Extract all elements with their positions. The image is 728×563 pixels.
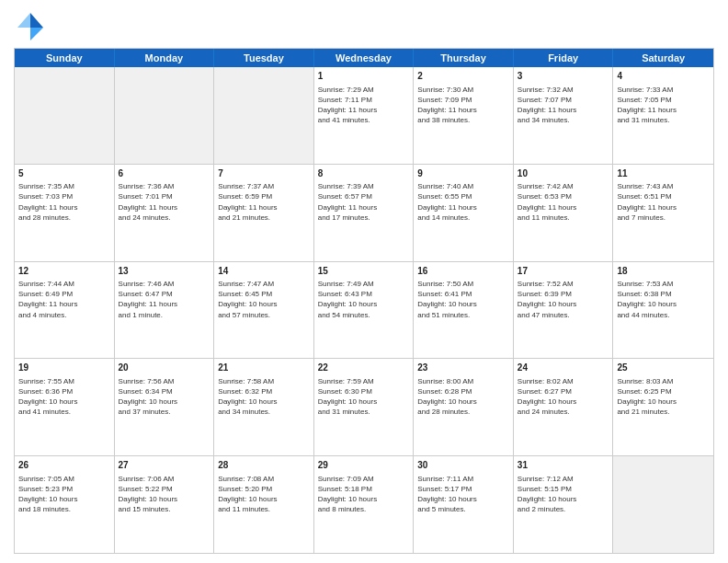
calendar-cell-14: 14Sunrise: 7:47 AM Sunset: 6:45 PM Dayli… — [214, 262, 314, 359]
calendar-body: 1Sunrise: 7:29 AM Sunset: 7:11 PM Daylig… — [15, 67, 713, 553]
day-info: Sunrise: 7:49 AM Sunset: 6:43 PM Dayligh… — [318, 279, 410, 320]
day-info: Sunrise: 7:43 AM Sunset: 6:51 PM Dayligh… — [617, 181, 710, 223]
day-number: 30 — [417, 459, 509, 472]
calendar-cell-28: 28Sunrise: 7:08 AM Sunset: 5:20 PM Dayli… — [214, 456, 314, 553]
calendar-cell-1: 1Sunrise: 7:29 AM Sunset: 7:11 PM Daylig… — [314, 67, 415, 164]
day-info: Sunrise: 7:06 AM Sunset: 5:22 PM Dayligh… — [119, 474, 210, 515]
day-number: 31 — [518, 459, 609, 472]
calendar-cell-16: 16Sunrise: 7:50 AM Sunset: 6:41 PM Dayli… — [414, 262, 514, 359]
day-info: Sunrise: 7:05 AM Sunset: 5:23 PM Dayligh… — [18, 474, 110, 515]
day-number: 27 — [119, 459, 210, 472]
day-info: Sunrise: 8:00 AM Sunset: 6:28 PM Dayligh… — [417, 376, 509, 418]
header — [14, 9, 714, 42]
calendar-cell-19: 19Sunrise: 7:55 AM Sunset: 6:36 PM Dayli… — [15, 359, 115, 455]
svg-marker-0 — [30, 13, 43, 28]
day-info: Sunrise: 7:46 AM Sunset: 6:47 PM Dayligh… — [119, 279, 210, 320]
day-number: 2 — [417, 70, 509, 83]
day-number: 25 — [617, 362, 710, 374]
calendar-cell-24: 24Sunrise: 8:02 AM Sunset: 6:27 PM Dayli… — [514, 359, 614, 455]
calendar-cell-20: 20Sunrise: 7:56 AM Sunset: 6:34 PM Dayli… — [115, 359, 215, 455]
day-info: Sunrise: 8:02 AM Sunset: 6:27 PM Dayligh… — [518, 376, 609, 418]
day-info: Sunrise: 7:11 AM Sunset: 5:17 PM Dayligh… — [417, 474, 509, 515]
day-number: 6 — [119, 167, 210, 180]
calendar-row-0: 1Sunrise: 7:29 AM Sunset: 7:11 PM Daylig… — [15, 67, 713, 165]
calendar-cell-6: 6Sunrise: 7:36 AM Sunset: 7:01 PM Daylig… — [115, 165, 215, 261]
day-number: 14 — [218, 265, 310, 278]
day-number: 13 — [119, 265, 210, 278]
svg-marker-1 — [30, 28, 43, 40]
day-number: 15 — [318, 265, 410, 278]
calendar-cell-9: 9Sunrise: 7:40 AM Sunset: 6:55 PM Daylig… — [414, 165, 514, 261]
day-info: Sunrise: 7:29 AM Sunset: 7:11 PM Dayligh… — [318, 85, 410, 126]
day-info: Sunrise: 7:44 AM Sunset: 6:49 PM Dayligh… — [18, 279, 110, 320]
header-day-friday: Friday — [514, 49, 614, 67]
day-info: Sunrise: 7:08 AM Sunset: 5:20 PM Dayligh… — [218, 474, 310, 515]
day-number: 16 — [417, 265, 509, 278]
day-info: Sunrise: 8:03 AM Sunset: 6:25 PM Dayligh… — [617, 376, 710, 418]
day-number: 24 — [518, 362, 609, 374]
day-number: 12 — [18, 265, 110, 278]
day-info: Sunrise: 7:55 AM Sunset: 6:36 PM Dayligh… — [18, 376, 110, 418]
day-info: Sunrise: 7:37 AM Sunset: 6:59 PM Dayligh… — [218, 181, 310, 223]
header-day-monday: Monday — [115, 49, 215, 67]
day-number: 3 — [518, 70, 609, 83]
calendar-cell-4: 4Sunrise: 7:33 AM Sunset: 7:05 PM Daylig… — [613, 67, 713, 164]
day-info: Sunrise: 7:50 AM Sunset: 6:41 PM Dayligh… — [417, 279, 509, 320]
calendar-cell-7: 7Sunrise: 7:37 AM Sunset: 6:59 PM Daylig… — [214, 165, 314, 261]
day-number: 29 — [318, 459, 410, 472]
calendar-cell-10: 10Sunrise: 7:42 AM Sunset: 6:53 PM Dayli… — [514, 165, 614, 261]
calendar-cell-30: 30Sunrise: 7:11 AM Sunset: 5:17 PM Dayli… — [414, 456, 514, 553]
calendar-cell-5: 5Sunrise: 7:35 AM Sunset: 7:03 PM Daylig… — [15, 165, 115, 261]
day-info: Sunrise: 7:35 AM Sunset: 7:03 PM Dayligh… — [18, 181, 110, 223]
calendar-cell-empty-4-6 — [613, 456, 713, 553]
day-number: 23 — [417, 362, 509, 374]
calendar-cell-21: 21Sunrise: 7:58 AM Sunset: 6:32 PM Dayli… — [214, 359, 314, 455]
day-number: 28 — [218, 459, 310, 472]
calendar-row-3: 19Sunrise: 7:55 AM Sunset: 6:36 PM Dayli… — [15, 359, 713, 456]
day-info: Sunrise: 7:39 AM Sunset: 6:57 PM Dayligh… — [318, 181, 410, 223]
day-number: 4 — [617, 70, 710, 83]
calendar-cell-31: 31Sunrise: 7:12 AM Sunset: 5:15 PM Dayli… — [514, 456, 614, 553]
day-number: 22 — [318, 362, 410, 374]
header-day-saturday: Saturday — [613, 49, 713, 67]
day-info: Sunrise: 7:33 AM Sunset: 7:05 PM Dayligh… — [617, 85, 710, 126]
day-info: Sunrise: 7:42 AM Sunset: 6:53 PM Dayligh… — [518, 181, 609, 223]
day-info: Sunrise: 7:58 AM Sunset: 6:32 PM Dayligh… — [218, 376, 310, 418]
day-info: Sunrise: 7:36 AM Sunset: 7:01 PM Dayligh… — [119, 181, 210, 223]
day-number: 10 — [518, 167, 609, 180]
calendar-row-2: 12Sunrise: 7:44 AM Sunset: 6:49 PM Dayli… — [15, 262, 713, 360]
day-info: Sunrise: 7:53 AM Sunset: 6:38 PM Dayligh… — [617, 279, 710, 320]
day-number: 1 — [318, 70, 410, 83]
logo — [14, 9, 51, 42]
day-number: 9 — [417, 167, 509, 180]
calendar-cell-22: 22Sunrise: 7:59 AM Sunset: 6:30 PM Dayli… — [314, 359, 415, 455]
day-info: Sunrise: 7:56 AM Sunset: 6:34 PM Dayligh… — [119, 376, 210, 418]
day-info: Sunrise: 7:47 AM Sunset: 6:45 PM Dayligh… — [218, 279, 310, 320]
calendar-cell-11: 11Sunrise: 7:43 AM Sunset: 6:51 PM Dayli… — [613, 165, 713, 261]
logo-icon — [14, 9, 47, 42]
calendar-row-4: 26Sunrise: 7:05 AM Sunset: 5:23 PM Dayli… — [15, 456, 713, 553]
calendar-cell-2: 2Sunrise: 7:30 AM Sunset: 7:09 PM Daylig… — [414, 67, 514, 164]
day-number: 20 — [119, 362, 210, 374]
day-number: 19 — [18, 362, 110, 374]
calendar-cell-3: 3Sunrise: 7:32 AM Sunset: 7:07 PM Daylig… — [514, 67, 614, 164]
header-day-tuesday: Tuesday — [214, 49, 314, 67]
header-day-wednesday: Wednesday — [314, 49, 415, 67]
svg-marker-2 — [17, 13, 30, 28]
day-info: Sunrise: 7:09 AM Sunset: 5:18 PM Dayligh… — [318, 474, 410, 515]
calendar-cell-empty-0-0 — [15, 67, 115, 164]
day-info: Sunrise: 7:40 AM Sunset: 6:55 PM Dayligh… — [417, 181, 509, 223]
calendar-cell-25: 25Sunrise: 8:03 AM Sunset: 6:25 PM Dayli… — [613, 359, 713, 455]
calendar-cell-23: 23Sunrise: 8:00 AM Sunset: 6:28 PM Dayli… — [414, 359, 514, 455]
calendar: SundayMondayTuesdayWednesdayThursdayFrid… — [14, 48, 714, 554]
day-number: 11 — [617, 167, 710, 180]
calendar-cell-15: 15Sunrise: 7:49 AM Sunset: 6:43 PM Dayli… — [314, 262, 415, 359]
header-day-thursday: Thursday — [414, 49, 514, 67]
calendar-cell-empty-0-2 — [214, 67, 314, 164]
day-info: Sunrise: 7:12 AM Sunset: 5:15 PM Dayligh… — [518, 474, 609, 515]
day-info: Sunrise: 7:30 AM Sunset: 7:09 PM Dayligh… — [417, 85, 509, 126]
day-info: Sunrise: 7:32 AM Sunset: 7:07 PM Dayligh… — [518, 85, 609, 126]
calendar-row-1: 5Sunrise: 7:35 AM Sunset: 7:03 PM Daylig… — [15, 165, 713, 262]
calendar-cell-26: 26Sunrise: 7:05 AM Sunset: 5:23 PM Dayli… — [15, 456, 115, 553]
day-number: 5 — [18, 167, 110, 180]
